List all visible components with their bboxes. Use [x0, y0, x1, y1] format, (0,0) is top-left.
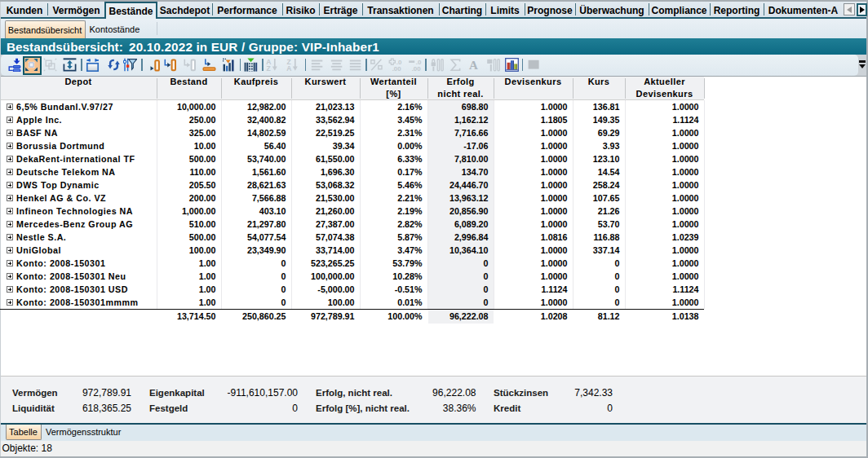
svg-text:.00: .00 [412, 65, 422, 72]
svg-text:.00: .00 [392, 65, 402, 72]
svg-text:Z: Z [267, 64, 271, 72]
svg-text:A: A [286, 64, 291, 72]
svg-text:A: A [469, 59, 478, 72]
